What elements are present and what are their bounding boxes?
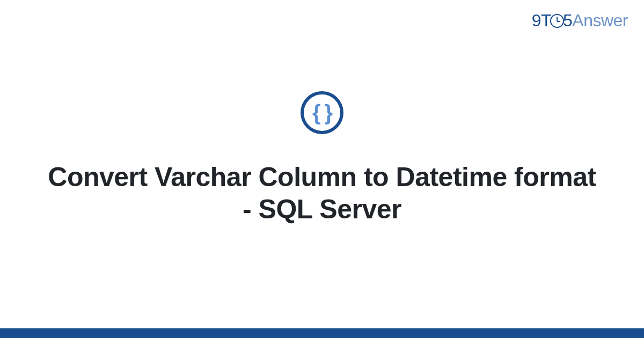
clock-icon [550,14,564,28]
logo-text-5: 5 [563,11,572,30]
page-title: Convert Varchar Column to Datetime forma… [43,161,601,225]
code-braces-icon: { } [312,101,332,125]
logo-text-answer: Answer [572,11,628,30]
brand-logo: 9T5Answer [532,11,628,31]
logo-text-9t: 9T [532,11,551,30]
footer-bar [0,328,644,338]
category-icon-circle: { } [301,91,343,134]
main-content: { } Convert Varchar Column to Datetime f… [0,0,644,338]
